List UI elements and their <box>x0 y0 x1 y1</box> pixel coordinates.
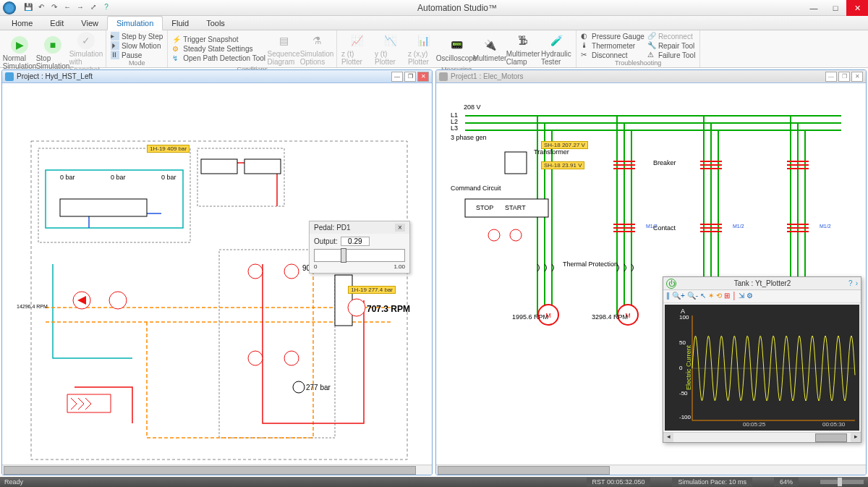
plotter-pause-icon[interactable]: ‖ <box>666 292 670 301</box>
svg-text:-50: -50 <box>679 390 688 397</box>
open-path-button[interactable]: ↯Open Path Detection Tool <box>172 54 265 63</box>
failure-tool-button[interactable]: ⚠Failure Tool <box>647 51 696 59</box>
minimize-button[interactable]: — <box>803 0 825 16</box>
status-pace: Simulation Pace: 10 ms <box>672 478 752 486</box>
plotter-chart[interactable]: Electric Current A 100500-50-100 00:05:2… <box>665 305 859 431</box>
stop-label: STOP <box>476 204 493 211</box>
plotter-marker-icon[interactable]: ✶ <box>708 292 714 301</box>
svg-text:100: 100 <box>679 314 689 321</box>
scroll-left-icon[interactable]: ◂ <box>663 433 673 442</box>
gen-label: 3 phase gen <box>451 134 487 141</box>
status-bar: Ready RST 00:05:32.050 Simulation Pace: … <box>0 477 868 487</box>
left-hscrollbar[interactable] <box>2 465 432 475</box>
simulation-options-button[interactable]: ⚗Simulation Options <box>302 32 332 66</box>
svg-text:00:05:25: 00:05:25 <box>743 421 766 428</box>
maximize-button[interactable]: □ <box>825 0 846 16</box>
right-hscrollbar[interactable] <box>436 465 866 475</box>
left-doc-header[interactable]: Project : Hyd_HST_Left — ❐ ✕ <box>2 70 432 83</box>
electrical-canvas[interactable]: M M M1/2M1/2M1/2 208 V L1L2L3 3 phase ge… <box>436 83 866 465</box>
disconnect-button[interactable]: ✂Disconnect <box>581 51 644 59</box>
pause-button[interactable]: ⏸Pause <box>111 51 142 59</box>
tab-edit[interactable]: Edit <box>41 17 72 30</box>
hydraulic-canvas[interactable]: 1H-19 409 bar 1H-19 277.4 bar 70 L/min 9… <box>2 83 432 465</box>
tab-view[interactable]: View <box>72 17 107 30</box>
plotter-scrollbar[interactable]: ◂ ▸ <box>663 432 861 442</box>
plotter-settings-icon[interactable]: ⚙ <box>746 292 753 301</box>
zxy-plotter-button[interactable]: 📊z (x,y) Plotter <box>408 32 438 66</box>
svg-point-14 <box>284 351 299 365</box>
status-ready: Ready <box>4 478 23 486</box>
qat-fwd-icon[interactable]: → <box>75 3 85 13</box>
svg-text:M1/2: M1/2 <box>820 224 831 229</box>
plotter-zoomout-icon[interactable]: 🔍- <box>687 292 698 301</box>
doc-restore-button[interactable]: ❐ <box>838 72 850 82</box>
plotter-zoomin-icon[interactable]: 🔍+ <box>672 292 685 301</box>
qat-save-icon[interactable]: 💾 <box>23 3 33 13</box>
tab-simulation[interactable]: Simulation <box>107 16 163 30</box>
multimeter-clamp-button[interactable]: 🗜Multimeter Clamp <box>508 32 538 66</box>
yt-plotter-button[interactable]: 📉y (t) Plotter <box>375 32 405 66</box>
lightning-icon: ⚡ <box>172 35 181 44</box>
hydraulic-schematic <box>2 83 432 465</box>
plotter-grid-icon[interactable]: ⊞ <box>724 292 730 301</box>
doc-icon <box>5 72 14 81</box>
plotter-help-icon[interactable]: ? <box>848 279 853 287</box>
steady-state-button[interactable]: ⚙Steady State Settings <box>172 45 265 54</box>
doc-close-button[interactable]: ✕ <box>851 72 863 82</box>
slow-motion-button[interactable]: ⏵Slow Motion <box>111 41 161 50</box>
ribbon-group-measuring: 📈z (t) Plotter 📉y (t) Plotter 📊z (x,y) P… <box>337 30 576 67</box>
plotter-cursor-icon[interactable]: ↖ <box>700 292 706 301</box>
qat-undo-icon[interactable]: ↶ <box>36 3 46 13</box>
oscilloscope-button[interactable]: 📟Oscilloscope <box>441 36 472 62</box>
tab-home[interactable]: Home <box>3 17 41 30</box>
scroll-right-icon[interactable]: ▸ <box>851 433 861 442</box>
close-button[interactable]: ✕ <box>846 0 868 16</box>
doc-minimize-button[interactable]: — <box>391 72 403 82</box>
svg-text:0: 0 <box>679 365 683 371</box>
thermometer-button[interactable]: 🌡Thermometer <box>581 41 644 50</box>
doc-minimize-button[interactable]: — <box>825 72 837 82</box>
gear-icon: ⚙ <box>172 45 181 54</box>
motor1-rpm: 1995.6 RPM <box>512 313 548 321</box>
qat-back-icon[interactable]: ← <box>62 3 72 13</box>
plotter-reset-icon[interactable]: ⟲ <box>716 292 722 301</box>
pedal-output-input[interactable] <box>341 237 370 246</box>
pedal-output-label: Output: <box>314 237 338 245</box>
reconnect-button[interactable]: 🔗Reconnect <box>647 32 696 41</box>
plotter-window[interactable]: ⏻ Tank : Yt_Plotter2 ? › ‖ 🔍+ 🔍- ↖ ✶ ⟲ ⊞… <box>663 276 861 443</box>
step-by-step-button[interactable]: ▸Step by Step <box>111 32 163 41</box>
qat-zoom-icon[interactable]: ⤢ <box>88 3 98 13</box>
status-slider[interactable] <box>820 480 864 484</box>
tag-volt-a: SH-18 207.27 V <box>541 141 588 149</box>
doc-restore-button[interactable]: ❐ <box>404 72 416 82</box>
pedal-panel[interactable]: Pedal: PD1× Output: 01.00 <box>309 221 410 274</box>
window-buttons: — □ ✕ <box>803 0 868 16</box>
plotter-expand-icon[interactable]: › <box>856 279 858 287</box>
tab-fluid[interactable]: Fluid <box>163 17 197 30</box>
svg-text:00:05:30: 00:05:30 <box>822 421 846 428</box>
trigger-snapshot-button[interactable]: ⚡Trigger Snapshot <box>172 35 265 44</box>
doc-close-button[interactable]: ✕ <box>417 72 429 82</box>
pedal-slider[interactable] <box>314 249 405 262</box>
repair-tool-button[interactable]: 🔧Repair Tool <box>647 41 696 50</box>
sequence-diagram-button[interactable]: ▤Sequence Diagram <box>268 32 299 66</box>
qat-redo-icon[interactable]: ↷ <box>49 3 59 13</box>
plotter-svg: A 100500-50-100 00:05:2500:05:30 <box>678 305 859 428</box>
plotter-line-icon[interactable]: │ <box>732 292 736 301</box>
plotter-power-icon[interactable]: ⏻ <box>666 279 676 289</box>
zt-plotter-button[interactable]: 📈z (t) Plotter <box>341 32 372 66</box>
pedal-close-button[interactable]: × <box>395 224 405 232</box>
workspace: Project : Hyd_HST_Left — ❐ ✕ <box>0 68 868 477</box>
titlebar: 💾 ↶ ↷ ← → ⤢ ? Automation Studio™ — □ ✕ <box>0 0 868 16</box>
qat-help-icon[interactable]: ? <box>101 3 111 13</box>
right-doc-header[interactable]: Project1 : Elec_Motors — ❐ ✕ <box>436 70 866 83</box>
pressure-gauge-button[interactable]: ◐Pressure Gauge <box>581 32 644 41</box>
pedal-title: Pedal: PD1 <box>314 224 351 232</box>
tab-tools[interactable]: Tools <box>197 17 234 30</box>
plotter-export-icon[interactable]: ⇲ <box>739 292 744 301</box>
stop-simulation-button[interactable]: ■Stop Simulation <box>38 36 68 70</box>
normal-simulation-button[interactable]: ▶Normal Simulation <box>4 36 35 70</box>
hydraulic-tester-button[interactable]: 🧪Hydraulic Tester <box>541 32 571 66</box>
tag-pressure-1: 1H-19 409 bar <box>147 145 190 153</box>
multimeter-button[interactable]: 🔌Multimeter <box>475 36 505 62</box>
